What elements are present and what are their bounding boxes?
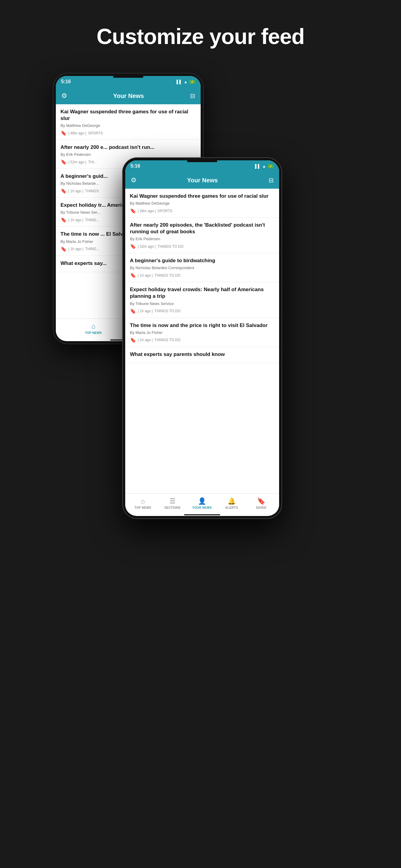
news-time-back-4: | 1h ago |: [68, 218, 84, 222]
nav-saved[interactable]: 🔖 SAVED: [247, 497, 276, 509]
news-cat-back-4: THING...: [85, 218, 99, 222]
header-title-front: Your News: [187, 177, 218, 184]
nav-your-news[interactable]: 👤 YOUR NEWS: [188, 497, 217, 509]
news-meta-1: 🔖 | 48m ago | SPORTS: [130, 208, 274, 214]
bookmark-back-1[interactable]: 🔖: [61, 130, 67, 136]
news-title-5: The time is now and the price is right t…: [130, 322, 274, 329]
news-author-4: By Tribune News Service: [130, 301, 274, 306]
nav-your-news-label: YOUR NEWS: [192, 506, 211, 509]
bookmark-4[interactable]: 🔖: [130, 308, 136, 314]
status-time-back: 5:16: [61, 79, 71, 84]
news-list-front: Kai Wagner suspended three games for use…: [125, 189, 279, 493]
bookmark-3[interactable]: 🔖: [130, 273, 136, 278]
news-author-back-1: By Matthew DeGeorge: [61, 123, 196, 128]
news-meta-3: 🔖 | 1h ago | THINGS TO DO: [130, 273, 274, 278]
news-cat-back-5: THING...: [85, 247, 99, 251]
notch-front: [187, 160, 217, 162]
news-time-back-5: | 1h ago |: [68, 247, 84, 251]
signal-icon-front: ▌▌: [255, 164, 260, 168]
filter-icon-front[interactable]: ⊟: [268, 177, 274, 184]
news-title-2: After nearly 200 episodes, the 'Backlist…: [130, 222, 274, 235]
news-item-3[interactable]: A beginner's guide to birdwatching By Ni…: [125, 253, 279, 282]
phones-container: 5:16 ▌▌ ▲ ⚡ ⚙ Your News ⊟: [35, 73, 367, 796]
news-cat-3: THINGS TO DO: [154, 273, 180, 278]
news-cat-4: THINGS TO DO: [154, 309, 180, 313]
battery-icon-back: ⚡: [189, 80, 195, 84]
app-header-front: ⚙ Your News ⊟: [125, 172, 279, 189]
phone-front: 5:16 ▌▌ ▲ ⚡ ⚙ Your News ⊟: [122, 157, 282, 519]
battery-icon-front: ⚡: [268, 164, 274, 168]
news-item-1[interactable]: Kai Wagner suspended three games for use…: [125, 189, 279, 218]
news-cat-2: THINGS TO DO: [157, 244, 183, 249]
news-time-back-3: | 1h ago |: [68, 189, 84, 193]
signal-icon-back: ▌▌: [176, 80, 182, 84]
nav-sections[interactable]: ☰ SECTIONS: [158, 497, 188, 509]
news-meta-2: 🔖 | 52m ago | THINGS TO DO: [130, 244, 274, 249]
news-time-5: | 1h ago |: [138, 338, 153, 342]
bookmark-5[interactable]: 🔖: [130, 337, 136, 343]
news-author-2: By Erik Pedersen: [130, 237, 274, 241]
news-cat-back-2: THI...: [88, 160, 97, 164]
status-icons-back: ▌▌ ▲ ⚡: [176, 80, 195, 84]
header-title-back: Your News: [113, 93, 144, 99]
wifi-icon-front: ▲: [262, 164, 266, 168]
news-meta-5: 🔖 | 1h ago | THINGS TO DO: [130, 337, 274, 343]
nav-sections-label: SECTIONS: [165, 506, 181, 509]
news-item-5[interactable]: The time is now and the price is right t…: [125, 318, 279, 347]
bookmark-back-5[interactable]: 🔖: [61, 246, 67, 252]
news-time-1: | 48m ago |: [138, 209, 156, 213]
nav-sections-icon: ☰: [170, 497, 176, 505]
filter-icon-back[interactable]: ⊟: [190, 92, 195, 99]
app-header-back: ⚙ Your News ⊟: [56, 87, 201, 104]
nav-home-icon-back: ⌂: [91, 322, 95, 330]
nav-alerts[interactable]: 🔔 ALERTS: [217, 497, 247, 509]
bookmark-1[interactable]: 🔖: [130, 208, 136, 214]
nav-alerts-icon: 🔔: [228, 497, 236, 505]
nav-saved-label: SAVED: [256, 506, 266, 509]
settings-icon-back[interactable]: ⚙: [61, 92, 67, 100]
nav-top-news-back[interactable]: ⌂ TOP NEWS: [59, 322, 128, 335]
news-item-2[interactable]: After nearly 200 episodes, the 'Backlist…: [125, 218, 279, 253]
news-item-back-1[interactable]: Kai Wagner suspended three games for use…: [56, 104, 201, 140]
nav-your-news-icon: 👤: [198, 497, 206, 505]
screen-front: 5:16 ▌▌ ▲ ⚡ ⚙ Your News ⊟: [125, 160, 279, 516]
news-title-back-1: Kai Wagner suspended three games for use…: [61, 108, 196, 122]
news-meta-4: 🔖 | 1h ago | THINGS TO DO: [130, 308, 274, 314]
bookmark-2[interactable]: 🔖: [130, 244, 136, 249]
news-cat-back-1: SPORTS: [88, 131, 103, 135]
status-time-front: 5:16: [131, 163, 140, 169]
news-author-5: By Marla Jo Fisher: [130, 330, 274, 335]
nav-top-news[interactable]: ⌂ TOP NEWS: [128, 497, 158, 509]
news-time-2: | 52m ago |: [138, 244, 156, 249]
news-time-4: | 1h ago |: [138, 309, 153, 313]
notch-back: [113, 76, 143, 78]
bookmark-back-2[interactable]: 🔖: [61, 159, 67, 165]
bottom-nav-front: ⌂ TOP NEWS ☰ SECTIONS 👤 YOUR NEWS 🔔 ALER…: [125, 493, 279, 513]
news-cat-back-3: THINGS: [85, 189, 99, 193]
bookmark-back-4[interactable]: 🔖: [61, 217, 67, 223]
news-author-1: By Matthew DeGeorge: [130, 201, 274, 206]
news-title-6: What experts say parents should know: [130, 351, 274, 358]
settings-icon-front[interactable]: ⚙: [131, 176, 137, 184]
news-item-4[interactable]: Expect holiday travel crowds: Nearly hal…: [125, 282, 279, 318]
news-time-back-2: | 52m ago |: [68, 160, 87, 164]
news-meta-back-1: 🔖 | 48m ago | SPORTS: [61, 130, 196, 136]
wifi-icon-back: ▲: [184, 80, 188, 84]
news-title-back-2: After nearly 200 e... podcast isn't run.…: [61, 144, 196, 151]
nav-home-icon: ⌂: [141, 497, 145, 505]
news-cat-5: THINGS TO DO: [154, 338, 180, 342]
nav-alerts-label: ALERTS: [225, 506, 238, 509]
news-time-back-1: | 48m ago |: [68, 131, 87, 135]
nav-top-news-label: TOP NEWS: [135, 506, 151, 509]
news-title-3: A beginner's guide to birdwatching: [130, 257, 274, 264]
news-author-3: By Nicholas Belardes Correspondent: [130, 266, 274, 270]
news-cat-1: SPORTS: [157, 209, 172, 213]
status-icons-front: ▌▌ ▲ ⚡: [255, 164, 274, 168]
news-author-back-2: By Erik Pedersen: [61, 152, 196, 157]
bookmark-back-3[interactable]: 🔖: [61, 188, 67, 194]
nav-top-news-label-back: TOP NEWS: [85, 331, 102, 335]
news-title-1: Kai Wagner suspended three games for use…: [130, 193, 274, 199]
home-indicator-front: [184, 514, 220, 516]
news-item-6[interactable]: What experts say parents should know: [125, 347, 279, 363]
news-time-3: | 1h ago |: [138, 273, 153, 278]
